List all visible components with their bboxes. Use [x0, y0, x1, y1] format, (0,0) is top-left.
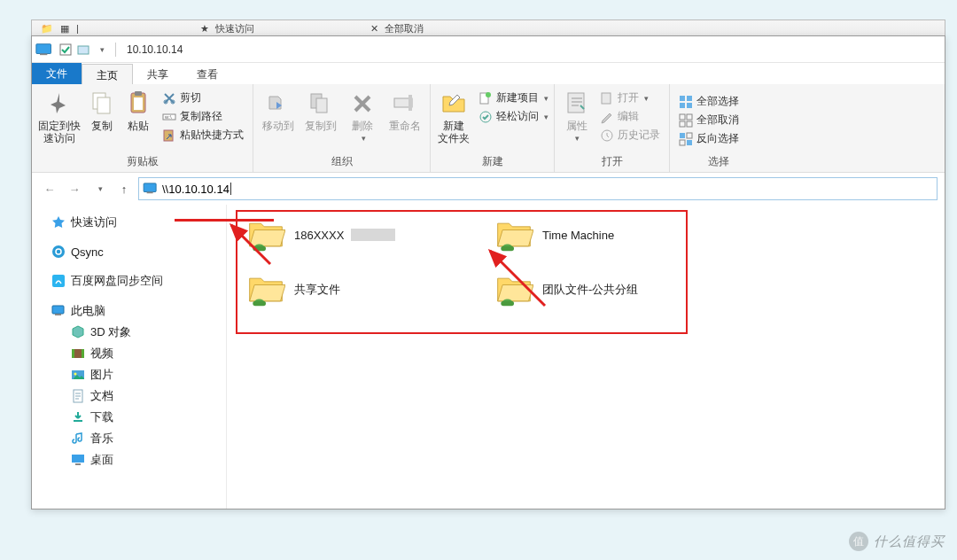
- history-icon: [600, 128, 614, 143]
- window-icon: [35, 43, 53, 57]
- nav-up-button[interactable]: ↑: [113, 178, 135, 199]
- sidebar-item-baidu[interactable]: 百度网盘同步空间: [35, 270, 222, 292]
- share-folder-icon: [494, 215, 533, 254]
- svg-rect-41: [55, 314, 61, 315]
- sidebar-item-thispc[interactable]: 此电脑: [35, 300, 222, 322]
- ribbon: 固定到快 速访问 复制 粘贴 剪切 w:\: [32, 84, 945, 173]
- svg-rect-28: [680, 114, 685, 120]
- ribbon-group-new: 新建 文件夹 新建项目▾ 轻松访问▾ 新建: [431, 84, 555, 172]
- sidebar-item-3d[interactable]: 3D 对象: [35, 322, 222, 343]
- download-icon: [71, 410, 85, 424]
- nav-forward-button[interactable]: →: [64, 178, 85, 199]
- delete-button[interactable]: 删除▾: [344, 88, 383, 145]
- select-none-icon: [679, 113, 693, 128]
- svg-rect-53: [253, 301, 266, 307]
- ribbon-group-organize: 移动到 复制到 删除▾ 重命名 组织: [253, 84, 431, 172]
- ribbon-group-select: 全部选择 全部取消 反向选择 选择: [670, 84, 767, 172]
- svg-rect-35: [687, 140, 692, 145]
- qat-checkbox-icon[interactable]: [59, 43, 72, 56]
- pictures-icon: [71, 368, 85, 382]
- new-item-button[interactable]: 新建项目▾: [475, 89, 552, 106]
- svg-rect-34: [680, 140, 685, 145]
- svg-rect-8: [134, 97, 143, 110]
- sidebar-item-quick[interactable]: 快速访问: [35, 212, 222, 233]
- sidebar-item-pictures[interactable]: 图片: [35, 364, 222, 385]
- svg-rect-2: [60, 44, 71, 55]
- folder-item[interactable]: Time Machine: [494, 215, 707, 254]
- window-title: 10.10.10.14: [127, 43, 183, 56]
- svg-rect-52: [501, 246, 514, 252]
- nav-recent-dropdown[interactable]: ▾: [89, 178, 110, 199]
- svg-rect-33: [687, 133, 692, 138]
- svg-rect-22: [602, 93, 611, 104]
- pc-icon: [143, 183, 159, 195]
- folder-item[interactable]: 共享文件: [246, 270, 494, 309]
- paste-button[interactable]: 粘贴: [122, 88, 156, 134]
- watermark: 值 什么值得买: [849, 532, 945, 551]
- move-to-button[interactable]: 移动到: [259, 88, 298, 134]
- svg-rect-32: [680, 133, 685, 138]
- sidebar-item-documents[interactable]: 文档: [35, 385, 222, 407]
- svg-rect-29: [687, 114, 692, 120]
- sidebar-item-desktop[interactable]: 桌面: [35, 449, 222, 471]
- folder-item[interactable]: 186XXXX: [246, 215, 494, 254]
- svg-rect-50: [75, 463, 81, 465]
- svg-rect-24: [680, 96, 685, 101]
- select-all-icon: [679, 95, 693, 109]
- svg-rect-36: [144, 183, 156, 192]
- svg-rect-54: [501, 301, 514, 307]
- easy-access-button[interactable]: 轻松访问▾: [475, 108, 552, 125]
- paste-shortcut-button[interactable]: 粘贴快捷方式: [159, 127, 247, 144]
- redacted-text: [351, 229, 395, 241]
- folder-item[interactable]: 团队文件-公共分组: [494, 270, 707, 309]
- select-all-button[interactable]: 全部选择: [675, 93, 743, 110]
- svg-point-46: [74, 373, 77, 376]
- sidebar-item-qsync[interactable]: Qsync: [35, 242, 222, 261]
- ribbon-group-open: 属性▾ 打开▾ 编辑 历史记录 打开: [555, 84, 670, 172]
- video-icon: [71, 346, 85, 361]
- tab-view[interactable]: 查看: [183, 63, 232, 84]
- qat-dropdown-icon[interactable]: ▾: [95, 43, 107, 56]
- svg-rect-40: [52, 306, 64, 314]
- svg-rect-31: [687, 121, 692, 127]
- address-text: \\10.10.10.14: [162, 183, 230, 196]
- nav-back-button[interactable]: ←: [39, 178, 60, 199]
- properties-button[interactable]: 属性▾: [560, 88, 593, 145]
- cut-button[interactable]: 剪切: [159, 89, 247, 106]
- open-icon: [600, 91, 614, 105]
- watermark-icon: 值: [849, 532, 868, 551]
- svg-rect-25: [687, 96, 692, 101]
- path-icon: w:\: [162, 110, 176, 124]
- select-none-button[interactable]: 全部取消: [675, 112, 743, 128]
- invert-select-button[interactable]: 反向选择: [675, 130, 743, 147]
- copy-button[interactable]: 复制: [85, 88, 119, 134]
- sidebar-item-music[interactable]: 音乐: [35, 428, 222, 449]
- svg-rect-27: [687, 103, 692, 108]
- tab-file[interactable]: 文件: [32, 63, 82, 84]
- copy-to-button[interactable]: 复制到: [301, 88, 340, 134]
- qat-folder-icon[interactable]: [77, 43, 89, 56]
- edit-icon: [600, 110, 614, 124]
- sidebar-item-downloads[interactable]: 下载: [35, 407, 222, 428]
- copy-path-button[interactable]: w:\ 复制路径: [159, 108, 247, 125]
- svg-rect-3: [78, 46, 89, 54]
- svg-rect-49: [72, 455, 84, 463]
- svg-point-38: [52, 245, 65, 258]
- tab-home[interactable]: 主页: [82, 64, 133, 84]
- share-folder-icon: [246, 270, 285, 309]
- edit-button[interactable]: 编辑: [596, 108, 664, 125]
- address-bar[interactable]: \\10.10.10.14: [138, 177, 938, 200]
- main-pane[interactable]: 186XXXX Time Machine 共享文件: [227, 205, 945, 509]
- pin-to-quick-button[interactable]: 固定到快 速访问: [37, 88, 82, 147]
- history-button[interactable]: 历史记录: [596, 127, 664, 144]
- open-button[interactable]: 打开▾: [596, 89, 664, 106]
- new-folder-button[interactable]: 新建 文件夹: [436, 88, 471, 147]
- svg-rect-17: [408, 95, 412, 111]
- pc-icon: [51, 304, 66, 318]
- rename-button[interactable]: 重命名: [385, 88, 424, 134]
- sidebar-item-video[interactable]: 视频: [35, 343, 222, 364]
- content-area: 快速访问 Qsync 百度网盘同步空间 此电脑 3D 对象: [32, 205, 945, 509]
- svg-rect-30: [680, 121, 685, 127]
- tab-share[interactable]: 共享: [133, 63, 183, 84]
- svg-rect-15: [316, 98, 327, 113]
